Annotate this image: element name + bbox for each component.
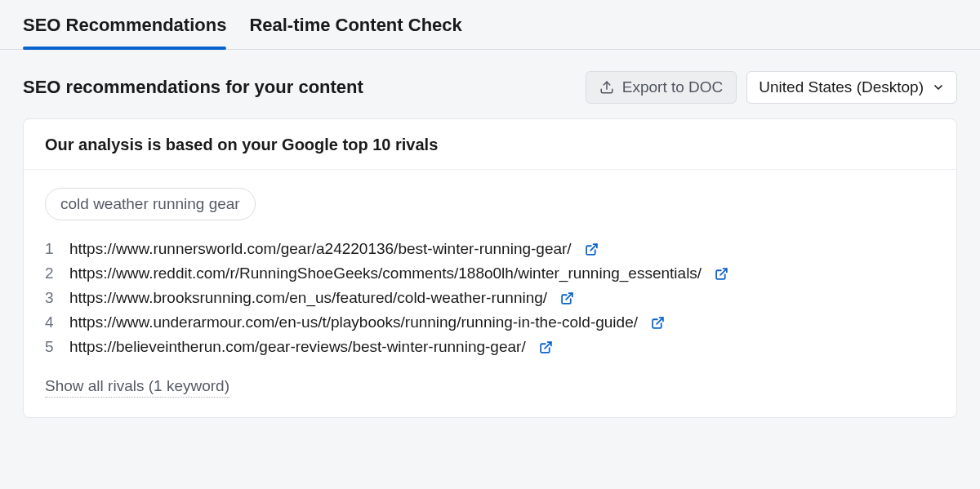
rival-index: 3 <box>45 289 56 307</box>
tab-realtime-content-check[interactable]: Real-time Content Check <box>249 15 461 49</box>
rival-index: 1 <box>45 240 56 258</box>
rival-item: 5 https://believeintherun.com/gear-revie… <box>45 335 935 359</box>
chevron-down-icon <box>932 81 945 94</box>
rival-item: 2 https://www.reddit.com/r/RunningShoeGe… <box>45 261 935 286</box>
card-title: Our analysis is based on your Google top… <box>45 136 935 154</box>
rivals-card: Our analysis is based on your Google top… <box>23 118 957 418</box>
region-dropdown[interactable]: United States (Desktop) <box>746 71 957 104</box>
svg-line-3 <box>566 293 572 300</box>
external-link-icon[interactable] <box>560 291 574 305</box>
svg-line-4 <box>657 318 663 324</box>
tabs-nav: SEO Recommendations Real-time Content Ch… <box>0 0 980 50</box>
external-link-icon[interactable] <box>651 316 665 330</box>
external-link-icon[interactable] <box>715 267 728 281</box>
export-button-label: Export to DOC <box>622 78 724 96</box>
rival-item: 4 https://www.underarmour.com/en-us/t/pl… <box>45 310 935 335</box>
rival-url[interactable]: https://www.brooksrunning.com/en_us/feat… <box>69 289 547 307</box>
header-actions: Export to DOC United States (Desktop) <box>586 71 957 104</box>
rival-index: 5 <box>45 338 56 356</box>
card-body: cold weather running gear 1 https://www.… <box>24 170 956 417</box>
svg-line-1 <box>590 244 597 251</box>
rival-item: 3 https://www.brooksrunning.com/en_us/fe… <box>45 286 935 310</box>
svg-line-5 <box>545 342 551 349</box>
rival-list: 1 https://www.runnersworld.com/gear/a242… <box>45 237 935 359</box>
export-to-doc-button[interactable]: Export to DOC <box>586 71 737 104</box>
region-selected-label: United States (Desktop) <box>759 78 924 96</box>
upload-icon <box>599 80 614 95</box>
rival-item: 1 https://www.runnersworld.com/gear/a242… <box>45 237 935 261</box>
rival-index: 4 <box>45 313 56 331</box>
rival-url[interactable]: https://www.runnersworld.com/gear/a24220… <box>69 240 572 258</box>
show-all-rivals-link[interactable]: Show all rivals (1 keyword) <box>45 377 229 398</box>
page-header: SEO recommendations for your content Exp… <box>0 50 980 118</box>
keyword-pill[interactable]: cold weather running gear <box>45 188 256 220</box>
page-title: SEO recommendations for your content <box>23 77 363 98</box>
rival-url[interactable]: https://www.reddit.com/r/RunningShoeGeek… <box>69 265 702 282</box>
external-link-icon[interactable] <box>585 242 599 256</box>
card-header: Our analysis is based on your Google top… <box>24 119 956 170</box>
rival-index: 2 <box>45 265 56 282</box>
tab-seo-recommendations[interactable]: SEO Recommendations <box>23 15 226 49</box>
rival-url[interactable]: https://www.underarmour.com/en-us/t/play… <box>69 313 638 331</box>
external-link-icon[interactable] <box>539 340 553 354</box>
svg-line-2 <box>720 269 727 275</box>
rival-url[interactable]: https://believeintherun.com/gear-reviews… <box>69 338 526 356</box>
